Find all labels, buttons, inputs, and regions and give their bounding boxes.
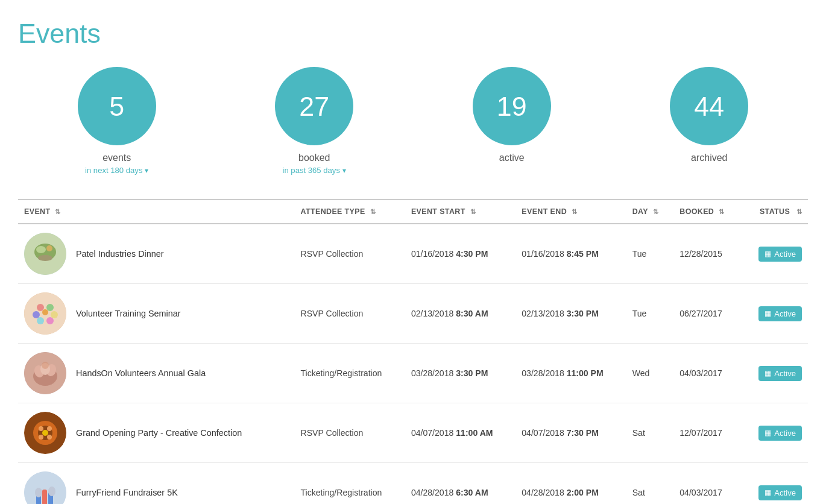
svg-point-26 <box>42 430 48 436</box>
events-table-container: EVENT ⇅ ATTENDEE TYPE ⇅ EVENT START ⇅ EV… <box>18 199 808 504</box>
svg-point-4 <box>38 255 52 261</box>
event-cell-5: FurryFriend Fundraiser 5K <box>18 463 295 505</box>
day-cell-4: Sat <box>626 403 674 463</box>
stat-booked: 27 booked in past 365 days <box>216 67 414 175</box>
event-end-cell-4: 04/07/2018 7:30 PM <box>515 403 626 463</box>
day-cell-1: Tue <box>626 224 674 284</box>
status-badge-4[interactable]: ▦ Active <box>758 426 802 441</box>
stat-archived-number: 44 <box>694 91 724 122</box>
event-name-1: Patel Industries Dinner <box>76 249 164 259</box>
svg-point-31 <box>35 488 42 497</box>
col-header-day[interactable]: DAY ⇅ <box>626 200 674 224</box>
status-icon-2: ▦ <box>765 309 771 318</box>
sort-icon-booked: ⇅ <box>719 208 726 215</box>
event-end-cell-1: 01/16/2018 8:45 PM <box>515 224 626 284</box>
event-cell-4: Grand Opening Party - Creative Confectio… <box>18 403 295 463</box>
event-thumbnail-5 <box>24 471 66 504</box>
status-cell-1: ▦ Active <box>752 224 808 284</box>
status-icon-5: ▦ <box>765 488 771 497</box>
table-row[interactable]: Patel Industries Dinner RSVP Collection … <box>18 224 808 284</box>
day-cell-2: Tue <box>626 284 674 344</box>
event-start-cell-4: 04/07/2018 11:00 AM <box>405 403 515 463</box>
table-row[interactable]: HandsOn Volunteers Annual Gala Ticketing… <box>18 344 808 403</box>
stat-events-circle: 5 <box>78 67 156 145</box>
event-start-cell-3: 03/28/2018 3:30 PM <box>405 344 515 403</box>
status-icon-4: ▦ <box>765 429 771 437</box>
status-icon-3: ▦ <box>765 369 771 377</box>
stat-booked-label: booked <box>298 153 330 163</box>
stats-row: 5 events in next 180 days 27 booked in p… <box>18 67 808 175</box>
status-cell-2: ▦ Active <box>752 284 808 344</box>
attendee-type-cell-2: RSVP Collection <box>295 284 405 344</box>
status-badge-1[interactable]: ▦ Active <box>758 247 802 262</box>
stat-active-circle: 19 <box>473 67 551 145</box>
day-cell-3: Wed <box>626 344 674 403</box>
svg-point-2 <box>36 246 46 253</box>
col-header-attendee[interactable]: ATTENDEE TYPE ⇅ <box>295 200 405 224</box>
event-end-cell-2: 02/13/2018 3:30 PM <box>515 284 626 344</box>
svg-point-8 <box>33 311 40 318</box>
col-header-booked[interactable]: BOOKED ⇅ <box>673 200 752 224</box>
stat-booked-circle: 27 <box>275 67 353 145</box>
stat-events-number: 5 <box>109 91 124 122</box>
event-start-cell-1: 01/16/2018 4:30 PM <box>405 224 515 284</box>
svg-point-10 <box>37 317 44 324</box>
svg-point-3 <box>46 245 52 251</box>
events-table: EVENT ⇅ ATTENDEE TYPE ⇅ EVENT START ⇅ EV… <box>18 199 808 504</box>
attendee-type-cell-1: RSVP Collection <box>295 224 405 284</box>
sort-icon-day: ⇅ <box>653 208 660 215</box>
stat-booked-sub[interactable]: in past 365 days <box>283 166 346 175</box>
event-thumbnail-1 <box>24 233 66 275</box>
attendee-type-cell-5: Ticketing/Registration <box>295 463 405 505</box>
event-start-cell-2: 02/13/2018 8:30 AM <box>405 284 515 344</box>
svg-point-23 <box>47 426 52 431</box>
booked-cell-5: 04/03/2017 <box>673 463 752 505</box>
svg-point-11 <box>46 317 54 324</box>
col-header-start[interactable]: EVENT START ⇅ <box>405 200 515 224</box>
status-icon-1: ▦ <box>765 250 771 258</box>
status-cell-4: ▦ Active <box>752 403 808 463</box>
table-row[interactable]: FurryFriend Fundraiser 5K Ticketing/Regi… <box>18 463 808 505</box>
event-cell-2: Volunteer Training Seminar <box>18 284 295 344</box>
svg-point-24 <box>39 435 43 439</box>
svg-point-18 <box>42 362 49 369</box>
event-cell-3: HandsOn Volunteers Annual Gala <box>18 344 295 403</box>
status-cell-3: ▦ Active <box>752 344 808 403</box>
svg-point-7 <box>46 304 54 311</box>
event-thumbnail-3 <box>24 352 66 394</box>
booked-cell-2: 06/27/2017 <box>673 284 752 344</box>
stat-events-sub[interactable]: in next 180 days <box>85 166 148 175</box>
table-header-row: EVENT ⇅ ATTENDEE TYPE ⇅ EVENT START ⇅ EV… <box>18 200 808 224</box>
status-badge-5[interactable]: ▦ Active <box>758 485 802 500</box>
svg-point-32 <box>48 487 55 496</box>
status-cell-5: ▦ Active <box>752 463 808 505</box>
event-end-cell-5: 04/28/2018 2:00 PM <box>515 463 626 505</box>
booked-cell-1: 12/28/2015 <box>673 224 752 284</box>
table-row[interactable]: Grand Opening Party - Creative Confectio… <box>18 403 808 463</box>
col-header-status[interactable]: STATUS ⇅ <box>752 200 808 224</box>
col-header-end[interactable]: EVENT END ⇅ <box>515 200 626 224</box>
stat-active: 19 active <box>413 67 611 166</box>
svg-point-6 <box>37 304 44 311</box>
sort-icon-end: ⇅ <box>572 208 579 215</box>
stat-archived: 44 archived <box>611 67 809 166</box>
event-end-cell-3: 03/28/2018 11:00 PM <box>515 344 626 403</box>
page-title: Events <box>18 18 808 49</box>
event-name-2: Volunteer Training Seminar <box>76 309 181 318</box>
event-name-5: FurryFriend Fundraiser 5K <box>76 488 178 497</box>
sort-icon-start: ⇅ <box>470 208 478 215</box>
table-row[interactable]: Volunteer Training Seminar RSVP Collecti… <box>18 284 808 344</box>
booked-cell-4: 12/07/2017 <box>673 403 752 463</box>
col-header-event[interactable]: EVENT ⇅ <box>18 200 295 224</box>
event-name-4: Grand Opening Party - Creative Confectio… <box>76 428 242 438</box>
status-badge-2[interactable]: ▦ Active <box>758 306 802 321</box>
stat-active-number: 19 <box>497 91 527 122</box>
sort-icon-attendee: ⇅ <box>370 208 377 215</box>
status-badge-3[interactable]: ▦ Active <box>758 366 802 381</box>
stat-archived-label: archived <box>691 153 727 163</box>
event-start-cell-5: 04/28/2018 6:30 AM <box>405 463 515 505</box>
day-cell-5: Sat <box>626 463 674 505</box>
svg-point-22 <box>39 426 43 431</box>
sort-icon-event: ⇅ <box>55 208 62 215</box>
event-thumbnail-2 <box>24 292 66 335</box>
